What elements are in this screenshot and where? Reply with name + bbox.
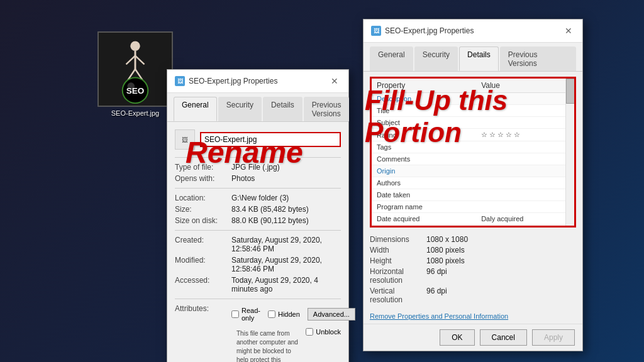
svg-text:SEO: SEO — [126, 86, 145, 96]
type-value: JPG File (.jpg) — [231, 163, 341, 172]
dialog2-buttons: OK Cancel Apply — [364, 324, 582, 351]
scrollbar-thumb[interactable] — [566, 79, 575, 104]
prop-subject: Subject — [372, 117, 476, 129]
details-table-container: Property Value Description Title Subject… — [370, 77, 576, 228]
tab2-security[interactable]: Security — [414, 47, 458, 71]
hres-label: Horizontal resolution — [370, 267, 426, 285]
prop-title: Title — [372, 105, 476, 117]
dialog2-apply-button[interactable]: Apply — [532, 329, 575, 346]
readonly-checkbox[interactable] — [231, 310, 239, 318]
dialog2-icon: 🖼 — [371, 26, 381, 36]
accessed-label: Accessed: — [175, 276, 231, 293]
dialog2-tabs: General Security Details Previous Versio… — [364, 43, 582, 72]
table-row: Title — [372, 105, 574, 117]
type-label: Type of file: — [175, 163, 231, 172]
section-origin-row: Origin — [372, 165, 574, 177]
created-value: Saturday, August 29, 2020, 12:58:46 PM — [231, 236, 341, 253]
height-value: 1080 pixels — [426, 256, 576, 265]
created-label: Created: — [175, 236, 231, 253]
hres-value: 96 dpi — [426, 267, 576, 285]
dialog2-body: Property Value Description Title Subject… — [364, 77, 582, 320]
remove-properties-link[interactable]: Remove Properties and Personal Informati… — [370, 312, 576, 320]
prop-authors: Authors — [372, 177, 476, 189]
table-row: Authors — [372, 177, 574, 189]
width-value: 1080 pixels — [426, 246, 576, 255]
dialog1-close-button[interactable]: ✕ — [328, 75, 341, 87]
prop-comments: Comments — [372, 153, 476, 165]
details-lower: Dimensions1080 x 1080 Width1080 pixels H… — [364, 233, 582, 309]
vres-value: 96 dpi — [426, 287, 576, 304]
hidden-checkbox-label[interactable]: Hidden — [268, 310, 300, 318]
dates-info: Created:Saturday, August 29, 2020, 12:58… — [175, 236, 341, 293]
dimensions-value: 1080 x 1080 — [426, 235, 576, 244]
readonly-checkbox-label[interactable]: Read-only — [231, 307, 260, 322]
col-value: Value — [476, 79, 574, 93]
dialog2-cancel-button[interactable]: Cancel — [480, 329, 527, 346]
vres-label: Vertical resolution — [370, 287, 426, 304]
table-row: Copyright — [372, 225, 574, 228]
unblock-checkbox-label[interactable]: Unblock — [306, 328, 341, 336]
disk-value: 88.0 KB (90,112 bytes) — [231, 216, 341, 225]
dialog2-ok-button[interactable]: OK — [440, 329, 474, 346]
dialog1-titlebar: 🖼 SEO-Expert.jpg Properties ✕ — [167, 70, 348, 93]
filename-input[interactable] — [200, 132, 341, 147]
tab-details[interactable]: Details — [263, 97, 303, 121]
dialog2-titlebar: 🖼 SEO-Expert.jpg Properties ✕ — [364, 19, 582, 43]
location-info: Location:G:\New folder (3) Size:83.4 KB … — [175, 194, 341, 225]
desktop: SEO SEO-Expert.jpg 🖼 SEO-Expert.jpg Prop… — [0, 0, 644, 362]
size-value: 83.4 KB (85,482 bytes) — [231, 205, 341, 214]
advanced-button[interactable]: Advanced... — [308, 308, 355, 321]
tab2-details[interactable]: Details — [459, 47, 499, 71]
table-row: Date taken — [372, 189, 574, 201]
file-icon-small: 🖼 — [175, 129, 195, 150]
prop-rating: Rating — [372, 129, 476, 141]
col-property: Property — [372, 79, 476, 93]
dialog1-tabs: General Security Details Previous Versio… — [167, 93, 348, 122]
security-note: This file came from another computer and… — [236, 329, 301, 362]
location-value: G:\New folder (3) — [231, 194, 341, 202]
prop-tags: Tags — [372, 141, 476, 153]
filename-row: 🖼 — [175, 129, 341, 150]
table-row: Rating☆ ☆ ☆ ☆ ☆ — [372, 129, 574, 141]
modified-label: Modified: — [175, 256, 231, 273]
file-icon[interactable]: SEO SEO-Expert.jpg — [97, 31, 173, 117]
location-label: Location: — [175, 194, 231, 202]
height-label: Height — [370, 256, 426, 265]
dialog2-close-button[interactable]: ✕ — [562, 25, 575, 37]
attributes-label: Attributes: — [175, 304, 231, 322]
dialog1-title: 🖼 SEO-Expert.jpg Properties — [175, 76, 277, 86]
table-row: Comments — [372, 153, 574, 165]
hidden-checkbox[interactable] — [268, 310, 275, 318]
table-row: Program name — [372, 201, 574, 213]
width-label: Width — [370, 246, 426, 255]
svg-point-1 — [130, 41, 140, 51]
file-thumbnail: SEO — [97, 31, 173, 107]
tab-general[interactable]: General — [174, 97, 217, 121]
dialog1-body: 🖼 Type of file:JPG File (.jpg) Opens wit… — [167, 122, 348, 362]
table-row: Tags — [372, 141, 574, 153]
attributes-section: Attributes: Read-only Hidden Advanced... — [175, 304, 341, 322]
tab2-previous-versions[interactable]: Previous Versions — [500, 47, 576, 71]
date-acquired-value: Daly acquired — [476, 213, 574, 225]
attr-row: Read-only Hidden Advanced... — [231, 307, 355, 322]
disk-label: Size on disk: — [175, 216, 231, 225]
unblock-checkbox[interactable] — [306, 328, 313, 336]
prop-program-name: Program name — [372, 201, 476, 213]
tab-security[interactable]: Security — [218, 97, 262, 121]
dialog1-icon: 🖼 — [175, 76, 185, 86]
security-row: Attributes: This file came from another … — [175, 327, 341, 362]
section-origin: Origin — [372, 165, 574, 177]
rating-value: ☆ ☆ ☆ ☆ ☆ — [476, 129, 574, 141]
scrollbar-track[interactable] — [565, 79, 574, 226]
tab2-general[interactable]: General — [370, 47, 413, 71]
section-description: Description — [372, 93, 574, 105]
dialog-properties-details: 🖼 SEO-Expert.jpg Properties ✕ General Se… — [363, 19, 583, 351]
section-description-row: Description — [372, 93, 574, 105]
dialog2-title: 🖼 SEO-Expert.jpg Properties — [371, 26, 474, 36]
tab-previous-versions[interactable]: Previous Versions — [304, 97, 350, 121]
modified-value: Saturday, August 29, 2020, 12:58:46 PM — [231, 256, 341, 273]
table-row: Date acquiredDaly acquired — [372, 213, 574, 225]
dimensions-label: Dimensions — [370, 235, 426, 244]
thumbnail-svg: SEO — [99, 31, 172, 107]
prop-date-acquired: Date acquired — [372, 213, 476, 225]
